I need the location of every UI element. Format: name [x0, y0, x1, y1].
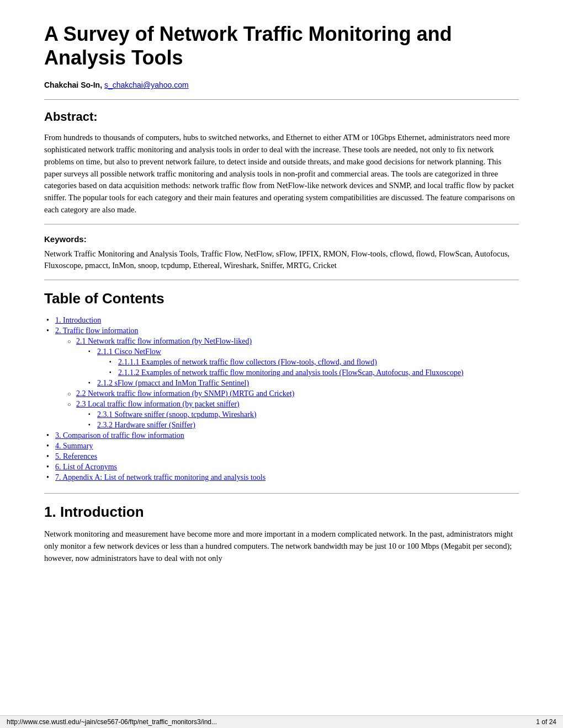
author-line: Chakchai So-In, s_chakchai@yahoo.com [44, 81, 519, 89]
toc-item-2-1-1-1: 2.1.1.1 Examples of network traffic flow… [108, 358, 519, 367]
toc-link-1[interactable]: 1. Introduction [55, 316, 101, 324]
toc-section: Table of Contents 1. Introduction 2. Tra… [44, 290, 519, 482]
page-title: A Survey of Network Traffic Monitoring a… [44, 22, 519, 69]
toc-item-2-3-1: 2.3.1 Software sniffer (snoop, tcpdump, … [87, 410, 519, 419]
author-email[interactable]: s_chakchai@yahoo.com [104, 81, 189, 89]
author-name: Chakchai So-In, [44, 81, 102, 89]
toc-link-3[interactable]: 3. Comparison of traffic flow informatio… [55, 431, 184, 440]
toc-item-1: 1. Introduction [44, 316, 519, 325]
toc-item-2-3: 2.3 Local traffic flow information (by p… [66, 400, 519, 430]
toc-link-4[interactable]: 4. Summary [55, 442, 93, 450]
toc-item-7: 7. Appendix A: List of network traffic m… [44, 473, 519, 482]
toc-item-4: 4. Summary [44, 442, 519, 451]
toc-heading: Table of Contents [44, 290, 519, 307]
divider-1 [44, 99, 519, 100]
toc-link-7[interactable]: 7. Appendix A: List of network traffic m… [55, 473, 265, 481]
toc-link-2-1[interactable]: 2.1 Network traffic flow information (by… [76, 337, 252, 345]
toc-link-2-3-2[interactable]: 2.3.2 Hardware sniffer (Sniffer) [97, 421, 195, 429]
toc-link-2-1-1-2[interactable]: 2.1.1.2 Examples of network traffic flow… [118, 368, 464, 377]
abstract-text: From hundreds to thousands of computers,… [44, 132, 519, 216]
toc-link-5[interactable]: 5. References [55, 452, 97, 461]
page-content: A Survey of Network Traffic Monitoring a… [0, 0, 563, 605]
toc-link-2-1-1-1[interactable]: 2.1.1.1 Examples of network traffic flow… [118, 358, 377, 366]
status-bar: http://www.cse.wustl.edu/~jain/cse567-06… [0, 715, 563, 728]
divider-2 [44, 224, 519, 224]
toc-sub1-2: 2.1 Network traffic flow information (by… [55, 337, 519, 430]
toc-link-2-1-1[interactable]: 2.1.1 Cisco NetFlow [97, 347, 161, 356]
toc-link-6[interactable]: 6. List of Acronyms [55, 463, 117, 471]
toc-item-2-1-2: 2.1.2 sFlow (pmacct and InMon Traffic Se… [87, 379, 519, 388]
toc-link-2[interactable]: 2. Traffic flow information [55, 326, 139, 335]
toc-link-2-2[interactable]: 2.2 Network traffic flow information (by… [76, 389, 295, 398]
intro-text: Network monitoring and measurement have … [44, 528, 519, 564]
toc-item-5: 5. References [44, 452, 519, 461]
toc-sub2-2-1: 2.1.1 Cisco NetFlow 2.1.1.1 Examples of … [76, 347, 519, 388]
status-page: 1 of 24 [536, 718, 556, 726]
toc-item-2-1-1-2: 2.1.1.2 Examples of network traffic flow… [108, 368, 519, 377]
status-url: http://www.cse.wustl.edu/~jain/cse567-06… [7, 718, 217, 726]
toc-item-6: 6. List of Acronyms [44, 463, 519, 472]
toc-link-2-1-2[interactable]: 2.1.2 sFlow (pmacct and InMon Traffic Se… [97, 379, 249, 387]
toc-item-2-3-2: 2.3.2 Hardware sniffer (Sniffer) [87, 421, 519, 430]
toc-item-2-1: 2.1 Network traffic flow information (by… [66, 337, 519, 388]
keywords-text: Network Traffic Monitoring and Analysis … [44, 248, 519, 272]
intro-heading: 1. Introduction [44, 504, 519, 521]
toc-link-2-3-1[interactable]: 2.3.1 Software sniffer (snoop, tcpdump, … [97, 410, 257, 419]
toc-item-2-2: 2.2 Network traffic flow information (by… [66, 389, 519, 398]
toc-item-3: 3. Comparison of traffic flow informatio… [44, 431, 519, 440]
toc-item-2-1-1: 2.1.1 Cisco NetFlow 2.1.1.1 Examples of … [87, 347, 519, 377]
toc-sub2-2-3: 2.3.1 Software sniffer (snoop, tcpdump, … [76, 410, 519, 430]
abstract-heading: Abstract: [44, 110, 519, 124]
toc-item-2: 2. Traffic flow information 2.1 Network … [44, 326, 519, 430]
toc-link-2-3[interactable]: 2.3 Local traffic flow information (by p… [76, 400, 240, 408]
keywords-label: Keywords: [44, 234, 519, 244]
divider-4 [44, 493, 519, 494]
toc-sub3-2-1-1: 2.1.1.1 Examples of network traffic flow… [97, 358, 519, 377]
divider-3 [44, 280, 519, 280]
toc-list: 1. Introduction 2. Traffic flow informat… [44, 316, 519, 482]
